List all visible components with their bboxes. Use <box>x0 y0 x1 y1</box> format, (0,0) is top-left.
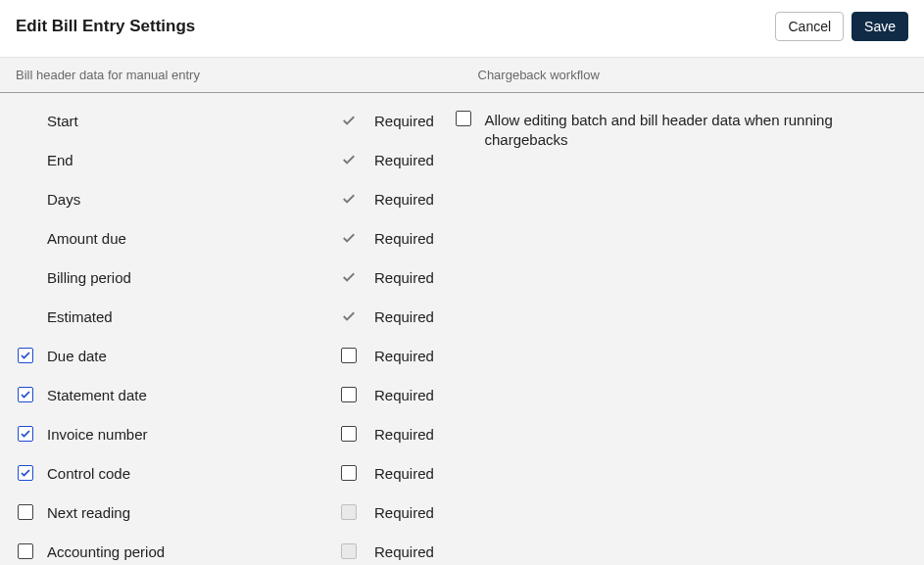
field-required-label: Required <box>366 426 434 443</box>
save-button[interactable]: Save <box>851 12 908 41</box>
check-icon <box>340 190 358 208</box>
field-enable-cell <box>18 387 47 402</box>
check-icon <box>340 268 358 286</box>
field-required-checkbox <box>341 543 357 559</box>
check-icon <box>340 307 358 325</box>
field-label: Days <box>47 191 331 208</box>
field-enable-checkbox[interactable] <box>18 348 33 363</box>
allow-editing-chargeback-label: Allow editing batch and bill header data… <box>485 111 877 151</box>
field-row: Statement dateRequired <box>0 375 452 414</box>
field-row: Accounting periodRequired <box>0 532 452 565</box>
field-required-label: Required <box>366 113 434 129</box>
field-row: StartRequired <box>0 101 452 140</box>
field-enable-checkbox[interactable] <box>18 543 33 559</box>
field-required-label: Required <box>366 269 434 286</box>
cancel-button[interactable]: Cancel <box>775 12 844 41</box>
field-label: Statement date <box>47 387 331 403</box>
check-icon <box>340 229 358 247</box>
check-icon <box>20 428 31 440</box>
field-required-label: Required <box>366 191 434 208</box>
field-row: Next readingRequired <box>0 493 452 532</box>
field-required-label: Required <box>366 308 434 325</box>
field-row: Due dateRequired <box>0 336 452 375</box>
field-required-label: Required <box>366 504 434 521</box>
field-label: Start <box>47 113 331 129</box>
page-title: Edit Bill Entry Settings <box>16 17 195 36</box>
field-required-checkbox[interactable] <box>341 348 357 363</box>
field-enable-cell <box>18 543 47 559</box>
field-enable-checkbox[interactable] <box>18 465 33 481</box>
check-icon <box>20 389 31 400</box>
field-enable-cell <box>18 348 47 363</box>
field-enable-cell <box>18 426 47 442</box>
left-column: StartRequiredEndRequiredDaysRequiredAmou… <box>0 93 452 565</box>
field-row: EstimatedRequired <box>0 297 452 336</box>
header-actions: Cancel Save <box>775 12 908 41</box>
check-icon <box>340 112 358 129</box>
field-enable-cell <box>18 465 47 481</box>
field-required-cell <box>331 229 366 247</box>
field-required-label: Required <box>366 387 434 403</box>
field-required-cell <box>331 387 366 402</box>
field-required-cell <box>331 268 366 286</box>
field-list: StartRequiredEndRequiredDaysRequiredAmou… <box>0 93 452 565</box>
field-label: Amount due <box>47 230 331 247</box>
field-required-checkbox[interactable] <box>341 465 357 481</box>
check-icon <box>340 151 358 168</box>
field-required-label: Required <box>366 465 434 482</box>
field-required-cell <box>331 151 366 168</box>
field-label: Invoice number <box>47 426 331 443</box>
check-icon <box>20 467 31 479</box>
section-header-row: Bill header data for manual entry Charge… <box>0 58 924 93</box>
field-label: Estimated <box>47 308 331 325</box>
field-required-cell <box>331 465 366 481</box>
field-required-label: Required <box>366 152 434 168</box>
right-column: Allow editing batch and bill header data… <box>452 93 925 565</box>
field-row: EndRequired <box>0 140 452 179</box>
field-required-checkbox <box>341 504 357 520</box>
field-required-cell <box>331 543 366 559</box>
field-enable-checkbox[interactable] <box>18 387 33 402</box>
field-enable-checkbox[interactable] <box>18 504 33 520</box>
chargeback-option-row: Allow editing batch and bill header data… <box>456 111 907 151</box>
field-row: Invoice numberRequired <box>0 414 452 453</box>
field-required-cell <box>331 426 366 442</box>
dialog-body: StartRequiredEndRequiredDaysRequiredAmou… <box>0 93 924 565</box>
section-label-right: Chargeback workflow <box>462 58 925 92</box>
dialog-header: Edit Bill Entry Settings Cancel Save <box>0 0 924 58</box>
field-required-cell <box>331 504 366 520</box>
field-row: Billing periodRequired <box>0 258 452 297</box>
field-label: End <box>47 152 331 168</box>
field-label: Next reading <box>47 504 331 521</box>
field-row: Amount dueRequired <box>0 218 452 258</box>
field-label: Control code <box>47 465 331 482</box>
field-required-cell <box>331 190 366 208</box>
field-required-label: Required <box>366 348 434 364</box>
field-label: Accounting period <box>47 543 331 560</box>
field-label: Due date <box>47 348 331 364</box>
field-enable-checkbox[interactable] <box>18 426 33 442</box>
field-required-checkbox[interactable] <box>341 387 357 402</box>
field-required-label: Required <box>366 230 434 247</box>
section-label-left: Bill header data for manual entry <box>0 58 462 92</box>
field-enable-cell <box>18 504 47 520</box>
allow-editing-chargeback-checkbox[interactable] <box>456 111 471 126</box>
field-required-cell <box>331 112 366 129</box>
field-required-label: Required <box>366 543 434 560</box>
field-row: DaysRequired <box>0 179 452 218</box>
field-required-checkbox[interactable] <box>341 426 357 442</box>
field-required-cell <box>331 307 366 325</box>
field-required-cell <box>331 348 366 363</box>
check-icon <box>20 350 31 361</box>
field-label: Billing period <box>47 269 331 286</box>
field-row: Control codeRequired <box>0 453 452 493</box>
